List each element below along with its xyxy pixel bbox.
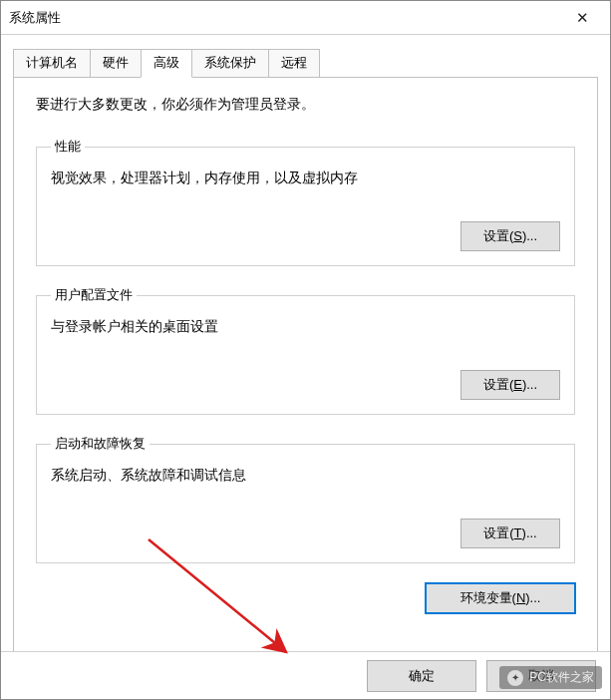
- tab-hardware[interactable]: 硬件: [90, 49, 142, 78]
- user-profiles-settings-button[interactable]: 设置(E)...: [460, 370, 560, 400]
- window-title: 系统属性: [9, 9, 562, 27]
- user-profiles-group: 用户配置文件 与登录帐户相关的桌面设置 设置(E)...: [36, 286, 575, 415]
- user-profiles-desc: 与登录帐户相关的桌面设置: [51, 318, 560, 336]
- titlebar: 系统属性 ✕: [1, 1, 610, 35]
- performance-settings-button[interactable]: 设置(S)...: [460, 221, 560, 251]
- environment-variables-button[interactable]: 环境变量(N)...: [426, 583, 575, 613]
- startup-settings-button[interactable]: 设置(T)...: [460, 519, 560, 548]
- user-profiles-legend: 用户配置文件: [51, 286, 137, 304]
- startup-desc: 系统启动、系统故障和调试信息: [51, 467, 560, 485]
- watermark: ✦ PC软件之家: [499, 666, 602, 689]
- close-button[interactable]: ✕: [562, 1, 602, 35]
- startup-legend: 启动和故障恢复: [51, 435, 150, 453]
- button-label: 设置(T)...: [483, 525, 536, 540]
- performance-desc: 视觉效果，处理器计划，内存使用，以及虚拟内存: [51, 170, 560, 187]
- admin-notice: 要进行大多数更改，你必须作为管理员登录。: [36, 96, 575, 114]
- tab-advanced[interactable]: 高级: [141, 49, 192, 78]
- system-properties-dialog: 系统属性 ✕ 计算机名 硬件 高级 系统保护 远程 要进行大多数更改，你必须作为…: [0, 0, 611, 700]
- tab-system-protection[interactable]: 系统保护: [191, 49, 269, 78]
- advanced-panel: 要进行大多数更改，你必须作为管理员登录。 性能 视觉效果，处理器计划，内存使用，…: [13, 77, 598, 665]
- tab-remote[interactable]: 远程: [268, 49, 320, 78]
- watermark-text: PC软件之家: [529, 669, 594, 686]
- tab-strip: 计算机名 硬件 高级 系统保护 远程: [13, 49, 598, 78]
- tab-computer-name[interactable]: 计算机名: [13, 49, 91, 78]
- watermark-icon: ✦: [507, 670, 523, 686]
- startup-recovery-group: 启动和故障恢复 系统启动、系统故障和调试信息 设置(T)...: [36, 435, 575, 563]
- performance-legend: 性能: [51, 138, 85, 156]
- button-label: 设置(E)...: [483, 377, 537, 392]
- performance-group: 性能 视觉效果，处理器计划，内存使用，以及虚拟内存 设置(S)...: [36, 138, 575, 266]
- close-icon: ✕: [576, 9, 589, 27]
- button-label: 设置(S)...: [483, 228, 537, 243]
- button-label: 环境变量(N)...: [460, 590, 541, 605]
- ok-button[interactable]: 确定: [367, 660, 476, 692]
